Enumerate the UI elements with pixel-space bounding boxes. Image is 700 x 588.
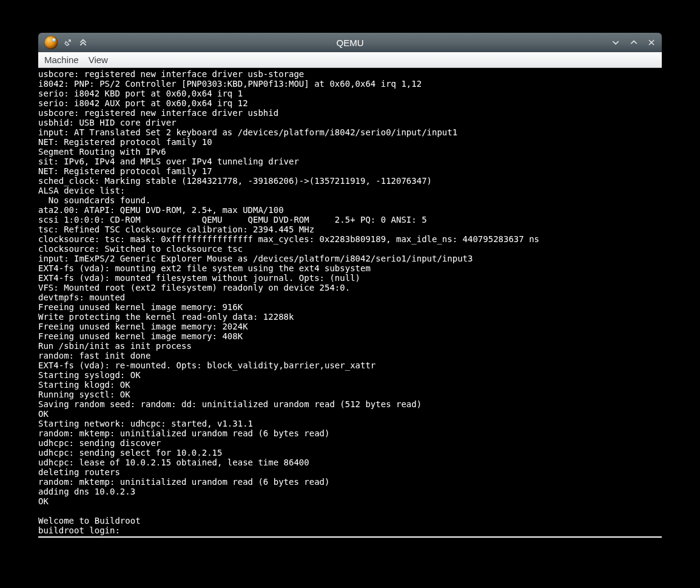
terminal-line: random: fast init done [38,351,662,360]
menubar: Machine View [38,52,662,68]
pin-icon[interactable] [64,38,72,47]
terminal-line: udhcpc: sending discover [38,438,662,448]
menu-view[interactable]: View [86,54,110,66]
titlebar-left [44,36,88,49]
terminal-line: usbhid: USB HID core driver [38,118,662,127]
chevron-double-up-icon[interactable] [78,38,88,47]
terminal-line: usbcore: registered new interface driver… [38,108,662,118]
terminal-line: adding dns 10.0.2.3 [38,487,662,496]
terminal-line: serio: i8042 AUX port at 0x60,0x64 irq 1… [38,98,662,108]
terminal-line: Saving random seed: random: dd: uninitia… [38,399,662,409]
terminal-line: No soundcards found. [38,195,662,205]
terminal-line: Run /sbin/init as init process [38,341,662,351]
terminal-line: random: mktemp: uninitialized urandom re… [38,477,662,487]
terminal-line: EXT4-fs (vda): mounting ext2 file system… [38,263,662,273]
terminal-line: Starting klogd: OK [38,380,662,390]
terminal-line: deleting routers [38,467,662,477]
terminal-line: udhcpc: sending select for 10.0.2.15 [38,448,662,458]
terminal-line: sit: IPv6, IPv4 and MPLS over IPv4 tunne… [38,157,662,166]
terminal-line: i8042: PNP: PS/2 Controller [PNP0303:KBD… [38,79,662,89]
terminal-line: Freeing unused kernel image memory: 2024… [38,322,662,331]
terminal-line [38,506,662,516]
menu-machine[interactable]: Machine [42,54,81,66]
terminal-line: random: mktemp: uninitialized urandom re… [38,428,662,438]
terminal-line: input: ImExPS/2 Generic Explorer Mouse a… [38,254,662,263]
terminal-line: EXT4-fs (vda): re-mounted. Opts: block_v… [38,360,662,370]
titlebar[interactable]: QEMU [38,33,662,52]
terminal-output[interactable]: usbcore: registered new interface driver… [38,68,662,538]
terminal-line: devtmpfs: mounted [38,292,662,302]
terminal-line: ALSA device list: [38,186,662,195]
terminal-line: buildroot login: [38,525,662,535]
terminal-line: Freeing unused kernel image memory: 916K [38,302,662,312]
terminal-cursor-rule [38,536,662,538]
maximize-icon[interactable] [629,38,639,47]
terminal-line: udhcpc: lease of 10.0.2.15 obtained, lea… [38,458,662,467]
terminal-line: sched_clock: Marking stable (1284321778,… [38,176,662,186]
terminal-line: Welcome to Buildroot [38,516,662,525]
terminal-line: NET: Registered protocol family 10 [38,137,662,147]
terminal-line: Running sysctl: OK [38,390,662,399]
terminal-line: ata2.00: ATAPI: QEMU DVD-ROM, 2.5+, max … [38,205,662,215]
terminal-line: Starting syslogd: OK [38,370,662,380]
close-icon[interactable] [647,38,656,47]
terminal-line: VFS: Mounted root (ext2 filesystem) read… [38,283,662,292]
titlebar-right [611,38,656,47]
terminal-line: clocksource: tsc: mask: 0xffffffffffffff… [38,234,662,244]
terminal-line: usbcore: registered new interface driver… [38,69,662,79]
terminal-line: Freeing unused kernel image memory: 408K [38,331,662,341]
window-title: QEMU [38,38,662,48]
terminal-line: scsi 1:0:0:0: CD-ROM QEMU QEMU DVD-ROM 2… [38,215,662,225]
terminal-line: OK [38,496,662,506]
minimize-icon[interactable] [611,38,621,47]
terminal-line: OK [38,409,662,419]
terminal-line: input: AT Translated Set 2 keyboard as /… [38,127,662,137]
terminal-line: tsc: Refined TSC clocksource calibration… [38,225,662,234]
terminal-line: serio: i8042 KBD port at 0x60,0x64 irq 1 [38,89,662,98]
terminal-line: EXT4-fs (vda): mounted filesystem withou… [38,273,662,283]
qemu-app-icon [44,36,58,49]
terminal-line: Starting network: udhcpc: started, v1.31… [38,419,662,428]
qemu-window: QEMU Machine View usbcore: re [38,33,662,538]
terminal-line: Write protecting the kernel read-only da… [38,312,662,322]
terminal-line: Segment Routing with IPv6 [38,147,662,157]
terminal-line: NET: Registered protocol family 17 [38,166,662,176]
terminal-line: clocksource: Switched to clocksource tsc [38,244,662,254]
